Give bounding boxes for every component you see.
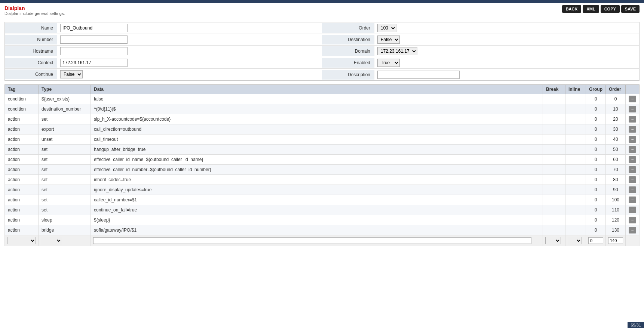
table-row: action bridge sofia/gateway/IPO/$1 0 130… bbox=[5, 225, 640, 235]
table-section: Tag Type Data Break Inline Group Order c… bbox=[0, 84, 644, 251]
cell-action: − bbox=[626, 124, 640, 134]
table-row: action set sip_h_X-accountcode=${account… bbox=[5, 114, 640, 124]
cell-break bbox=[543, 114, 565, 124]
remove-row-button[interactable]: − bbox=[629, 227, 636, 233]
number-input[interactable] bbox=[60, 35, 128, 44]
table-row: action set callee_id_number=$1 0 100 − bbox=[5, 195, 640, 205]
cell-break bbox=[543, 205, 565, 215]
cell-break bbox=[543, 215, 565, 225]
add-tag-select[interactable]: condition action anti-action bbox=[7, 237, 36, 244]
cell-inline bbox=[565, 195, 586, 205]
cell-action: − bbox=[626, 155, 640, 165]
cell-type: set bbox=[39, 195, 91, 205]
remove-row-button[interactable]: − bbox=[629, 126, 636, 133]
domain-label: Domain bbox=[322, 46, 374, 56]
cell-group: 0 bbox=[586, 145, 606, 155]
remove-row-button[interactable]: − bbox=[629, 186, 636, 193]
cell-break bbox=[543, 124, 565, 134]
enabled-select[interactable]: True False bbox=[377, 59, 400, 67]
order-select[interactable]: 100 bbox=[377, 24, 396, 32]
form-section: Name Order 100 Number Destination bbox=[0, 18, 644, 84]
table-row: action set inherit_codec=true 0 80 − bbox=[5, 175, 640, 185]
cell-inline bbox=[565, 94, 586, 104]
name-field bbox=[57, 22, 322, 34]
cell-break bbox=[543, 155, 565, 165]
remove-row-button[interactable]: − bbox=[629, 197, 636, 203]
col-header-action bbox=[626, 85, 640, 94]
save-button[interactable]: SAVE bbox=[621, 5, 640, 13]
remove-row-button[interactable]: − bbox=[629, 217, 636, 223]
cell-data: hangup_after_bridge=true bbox=[91, 145, 543, 155]
add-type-select[interactable]: set export unset bridge sleep bbox=[41, 237, 62, 244]
add-group-input[interactable] bbox=[588, 237, 603, 244]
cell-inline bbox=[565, 215, 586, 225]
cell-type: bridge bbox=[39, 225, 91, 235]
enabled-field: True False bbox=[374, 57, 639, 68]
domain-select[interactable]: 172.23.161.17 bbox=[377, 47, 417, 55]
remove-row-button[interactable]: − bbox=[629, 156, 636, 163]
cell-inline bbox=[565, 124, 586, 134]
hostname-field bbox=[57, 46, 322, 57]
add-data-input[interactable] bbox=[93, 237, 531, 244]
add-break-select[interactable] bbox=[545, 237, 561, 244]
cell-type: set bbox=[39, 114, 91, 124]
cell-order: 130 bbox=[606, 225, 626, 235]
cell-inline bbox=[565, 114, 586, 124]
page-title: Dialplan bbox=[4, 5, 65, 11]
remove-row-button[interactable]: − bbox=[629, 96, 636, 102]
cell-group: 0 bbox=[586, 175, 606, 185]
cell-tag: action bbox=[5, 145, 39, 155]
cell-data: call_timeout bbox=[91, 134, 543, 145]
remove-row-button[interactable]: − bbox=[629, 146, 636, 153]
col-header-data: Data bbox=[91, 85, 543, 94]
cell-order: 40 bbox=[606, 134, 626, 145]
cell-order: 50 bbox=[606, 145, 626, 155]
context-input[interactable] bbox=[60, 59, 128, 67]
copy-button[interactable]: COPY bbox=[601, 5, 620, 13]
remove-row-button[interactable]: − bbox=[629, 106, 636, 112]
destination-label: Destination bbox=[322, 35, 374, 44]
col-header-break: Break bbox=[543, 85, 565, 94]
remove-row-button[interactable]: − bbox=[629, 136, 636, 143]
cell-inline bbox=[565, 175, 586, 185]
cell-group: 0 bbox=[586, 185, 606, 195]
remove-row-button[interactable]: − bbox=[629, 116, 636, 123]
cell-inline bbox=[565, 225, 586, 235]
add-order-input[interactable] bbox=[608, 237, 623, 244]
description-input[interactable] bbox=[377, 71, 460, 79]
back-button[interactable]: BACK bbox=[562, 5, 582, 13]
table-row: condition destination_number ^(0\d{11})$… bbox=[5, 104, 640, 114]
continue-label: Continue bbox=[5, 69, 57, 79]
table-row: action set effective_caller_id_number=${… bbox=[5, 165, 640, 175]
add-inline-select[interactable] bbox=[568, 237, 582, 244]
form-row-domain: Domain 172.23.161.17 bbox=[322, 46, 639, 57]
continue-select[interactable]: False True bbox=[60, 70, 83, 78]
form-row-number: Number bbox=[5, 34, 322, 46]
cell-inline bbox=[565, 155, 586, 165]
xml-button[interactable]: XML bbox=[583, 5, 599, 13]
name-label: Name bbox=[5, 23, 57, 33]
cell-action: − bbox=[626, 134, 640, 145]
cell-break bbox=[543, 104, 565, 114]
name-input[interactable] bbox=[60, 24, 128, 32]
cell-group: 0 bbox=[586, 205, 606, 215]
cell-group: 0 bbox=[586, 225, 606, 235]
remove-row-button[interactable]: − bbox=[629, 207, 636, 213]
table-row: action set effective_caller_id_name=${ou… bbox=[5, 155, 640, 165]
col-header-tag: Tag bbox=[5, 85, 39, 94]
cell-data: false bbox=[91, 94, 543, 104]
cell-break bbox=[543, 134, 565, 145]
destination-select[interactable]: False True bbox=[377, 35, 400, 44]
cell-action: − bbox=[626, 104, 640, 114]
table-body: condition ${user_exists} false 0 0 − con… bbox=[5, 94, 640, 246]
cell-type: sleep bbox=[39, 215, 91, 225]
remove-row-button[interactable]: − bbox=[629, 176, 636, 183]
cell-data: effective_caller_id_name=${outbound_call… bbox=[91, 155, 543, 165]
add-inline-cell bbox=[565, 235, 586, 246]
remove-row-button[interactable]: − bbox=[629, 166, 636, 173]
table-row: action sleep ${sleep} 0 120 − bbox=[5, 215, 640, 225]
col-header-type: Type bbox=[39, 85, 91, 94]
hostname-input[interactable] bbox=[60, 47, 128, 55]
cell-action: − bbox=[626, 165, 640, 175]
cell-type: export bbox=[39, 124, 91, 134]
